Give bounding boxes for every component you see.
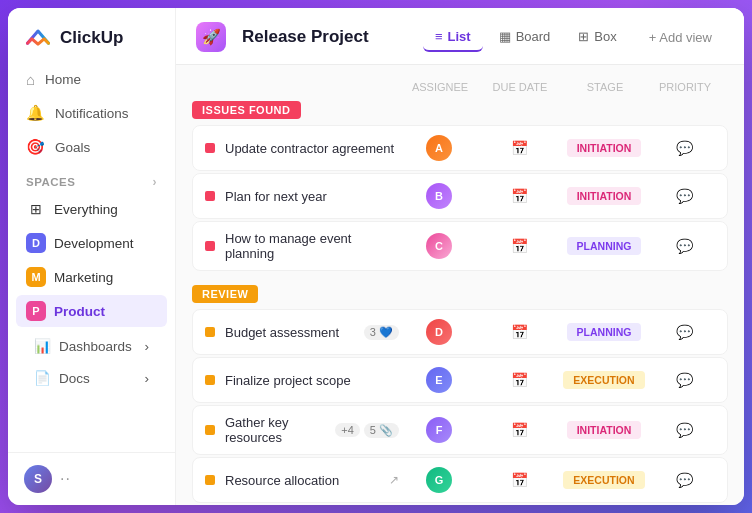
sidebar-item-marketing-label: Marketing: [54, 270, 113, 285]
task-duedate: 📅: [479, 140, 559, 156]
sidebar-item-product[interactable]: P Product: [16, 295, 167, 327]
tab-box[interactable]: ⊞ Box: [566, 23, 628, 52]
avatar: G: [426, 467, 452, 493]
task-name: Finalize project scope: [225, 373, 399, 388]
col-header-assignee: Assignee: [400, 81, 480, 93]
avatar: F: [426, 417, 452, 443]
project-title: Release Project: [242, 27, 369, 47]
chevron-right-icon: ›: [145, 371, 150, 386]
sidebar-item-notifications-label: Notifications: [55, 106, 129, 121]
task-assignee: C: [399, 233, 479, 259]
task-duedate: 📅: [479, 238, 559, 254]
sidebar-item-everything[interactable]: ⊞ Everything: [16, 193, 167, 225]
stage-badge: INITIATION: [567, 421, 642, 439]
table-row[interactable]: Resource allocation ↗ G 📅 EXECUTION 💬: [192, 457, 728, 503]
table-row[interactable]: How to manage event planning C 📅 PLANNIN…: [192, 221, 728, 271]
group-header-issues: ISSUES FOUND: [192, 101, 728, 119]
avatar: B: [426, 183, 452, 209]
home-icon: ⌂: [26, 71, 35, 88]
sidebar-item-home-label: Home: [45, 72, 81, 87]
group-badge-review: REVIEW: [192, 285, 258, 303]
task-assignee: E: [399, 367, 479, 393]
task-stage: INITIATION: [559, 187, 649, 205]
group-badge-issues: ISSUES FOUND: [192, 101, 301, 119]
tab-list[interactable]: ≡ List: [423, 23, 483, 52]
task-duedate: 📅: [479, 422, 559, 438]
logo: ClickUp: [8, 8, 175, 64]
task-dot: [205, 143, 215, 153]
docs-icon: 📄: [34, 370, 51, 386]
tab-board[interactable]: ▦ Board: [487, 23, 563, 52]
sidebar-item-marketing[interactable]: M Marketing: [16, 261, 167, 293]
task-dot: [205, 241, 215, 251]
task-priority: 💬: [649, 324, 719, 340]
sidebar-item-development[interactable]: D Development: [16, 227, 167, 259]
sidebar-item-docs[interactable]: 📄 Docs ›: [24, 363, 159, 393]
table-header: Assignee Due Date Stage Priority: [192, 77, 728, 97]
sidebar-item-dashboards[interactable]: 📊 Dashboards ›: [24, 331, 159, 361]
sidebar: ClickUp ⌂ Home 🔔 Notifications 🎯 Goals S…: [8, 8, 176, 505]
sidebar-item-notifications[interactable]: 🔔 Notifications: [16, 97, 167, 129]
task-duedate: 📅: [479, 188, 559, 204]
logo-text: ClickUp: [60, 28, 123, 48]
table-row[interactable]: Update contractor agreement A 📅 INITIATI…: [192, 125, 728, 171]
task-stage: EXECUTION: [559, 371, 649, 389]
goals-icon: 🎯: [26, 138, 45, 156]
task-priority: 💬: [649, 422, 719, 438]
add-view-button[interactable]: + Add view: [637, 24, 724, 51]
task-duedate: 📅: [479, 324, 559, 340]
task-name: Gather key resources: [225, 415, 331, 445]
header-tabs: ≡ List ▦ Board ⊞ Box + Add view: [423, 23, 724, 52]
stage-badge: INITIATION: [567, 187, 642, 205]
spaces-section-label: Spaces ›: [16, 165, 167, 193]
table-row[interactable]: Gather key resources +4 5 📎 F 📅 INITIATI…: [192, 405, 728, 455]
table-area: Assignee Due Date Stage Priority ISSUES …: [176, 65, 744, 505]
col-header-priority: Priority: [650, 81, 720, 93]
task-dot: [205, 327, 215, 337]
col-header-stage: Stage: [560, 81, 650, 93]
task-name: Budget assessment: [225, 325, 360, 340]
task-dot: [205, 475, 215, 485]
sidebar-item-dashboards-label: Dashboards: [59, 339, 132, 354]
grid-icon: ⊞: [26, 199, 46, 219]
table-row[interactable]: Finalize project scope E 📅 EXECUTION 💬: [192, 357, 728, 403]
task-assignee: B: [399, 183, 479, 209]
box-icon: ⊞: [578, 29, 589, 44]
board-icon: ▦: [499, 29, 511, 44]
stage-badge: PLANNING: [567, 237, 642, 255]
development-badge: D: [26, 233, 46, 253]
sidebar-item-development-label: Development: [54, 236, 134, 251]
sidebar-item-goals[interactable]: 🎯 Goals: [16, 131, 167, 163]
list-icon: ≡: [435, 29, 443, 44]
task-assignee: F: [399, 417, 479, 443]
task-priority: 💬: [649, 372, 719, 388]
avatar[interactable]: S: [24, 465, 52, 493]
task-assignee: D: [399, 319, 479, 345]
avatar: C: [426, 233, 452, 259]
table-row[interactable]: Plan for next year B 📅 INITIATION 💬: [192, 173, 728, 219]
task-duedate: 📅: [479, 372, 559, 388]
header-top: 🚀 Release Project ≡ List ▦ Board ⊞ Box: [196, 22, 724, 52]
product-badge: P: [26, 301, 46, 321]
task-extras: 3 💙: [364, 325, 399, 340]
table-row[interactable]: Budget assessment 3 💙 D 📅 PLANNING 💬: [192, 309, 728, 355]
task-dot: [205, 425, 215, 435]
sidebar-item-product-label: Product: [54, 304, 105, 319]
avatar: A: [426, 135, 452, 161]
user-menu-icon: ··: [60, 470, 71, 488]
task-name: Resource allocation: [225, 473, 385, 488]
chevron-down-icon: ›: [153, 175, 158, 189]
sidebar-item-everything-label: Everything: [54, 202, 118, 217]
task-stage: EXECUTION: [559, 471, 649, 489]
sidebar-bottom: 📊 Dashboards › 📄 Docs ›: [16, 331, 167, 393]
sidebar-item-home[interactable]: ⌂ Home: [16, 64, 167, 95]
stage-badge: INITIATION: [567, 139, 642, 157]
task-stage: INITIATION: [559, 139, 649, 157]
sidebar-nav: ⌂ Home 🔔 Notifications 🎯 Goals Spaces › …: [8, 64, 175, 452]
project-icon: 🚀: [196, 22, 226, 52]
sidebar-item-goals-label: Goals: [55, 140, 90, 155]
dashboards-icon: 📊: [34, 338, 51, 354]
clickup-logo-icon: [24, 24, 52, 52]
group-header-review: REVIEW: [192, 285, 728, 303]
task-extras: +4 5 📎: [335, 423, 399, 438]
